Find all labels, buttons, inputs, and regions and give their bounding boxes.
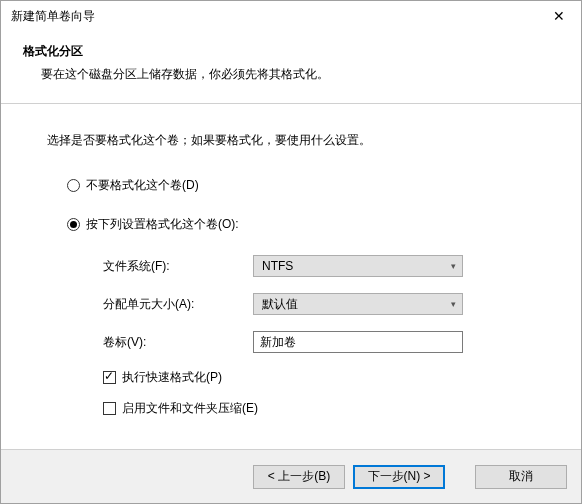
checkbox-quick-format[interactable]: 执行快速格式化(P): [103, 369, 535, 386]
chevron-down-icon: ▾: [451, 261, 456, 271]
volume-label-label: 卷标(V):: [103, 334, 253, 351]
volume-label-input[interactable]: [253, 331, 463, 353]
instruction-text: 选择是否要格式化这个卷；如果要格式化，要使用什么设置。: [47, 132, 535, 149]
checkbox-icon: [103, 371, 116, 384]
button-label: 下一步(N) >: [368, 468, 431, 485]
checkbox-label: 启用文件和文件夹压缩(E): [122, 400, 258, 417]
allocation-label: 分配单元大小(A):: [103, 296, 253, 313]
filesystem-select[interactable]: NTFS ▾: [253, 255, 463, 277]
radio-icon: [67, 179, 80, 192]
wizard-header: 格式化分区 要在这个磁盘分区上储存数据，你必须先将其格式化。: [1, 31, 581, 103]
row-allocation: 分配单元大小(A): 默认值 ▾: [103, 293, 535, 315]
window-title: 新建简单卷向导: [11, 8, 95, 25]
button-label: < 上一步(B): [268, 468, 330, 485]
format-settings-group: 文件系统(F): NTFS ▾ 分配单元大小(A): 默认值 ▾ 卷标(V):: [67, 255, 535, 353]
row-filesystem: 文件系统(F): NTFS ▾: [103, 255, 535, 277]
filesystem-label: 文件系统(F):: [103, 258, 253, 275]
filesystem-value: NTFS: [262, 259, 293, 273]
header-title: 格式化分区: [23, 43, 559, 60]
button-label: 取消: [509, 468, 533, 485]
radio-format-settings[interactable]: 按下列设置格式化这个卷(O):: [67, 216, 535, 233]
row-volume-label: 卷标(V):: [103, 331, 535, 353]
format-checkboxes: 执行快速格式化(P) 启用文件和文件夹压缩(E): [67, 369, 535, 417]
close-button[interactable]: ✕: [536, 2, 581, 31]
header-subtitle: 要在这个磁盘分区上储存数据，你必须先将其格式化。: [23, 66, 559, 83]
radio-label: 不要格式化这个卷(D): [86, 177, 199, 194]
checkbox-icon: [103, 402, 116, 415]
cancel-button[interactable]: 取消: [475, 465, 567, 489]
chevron-down-icon: ▾: [451, 299, 456, 309]
back-button[interactable]: < 上一步(B): [253, 465, 345, 489]
radio-icon: [67, 218, 80, 231]
allocation-value: 默认值: [262, 296, 298, 313]
content-area: 选择是否要格式化这个卷；如果要格式化，要使用什么设置。 不要格式化这个卷(D) …: [1, 104, 581, 449]
wizard-footer: < 上一步(B) 下一步(N) > 取消: [1, 449, 581, 503]
wizard-dialog: 新建简单卷向导 ✕ 格式化分区 要在这个磁盘分区上储存数据，你必须先将其格式化。…: [0, 0, 582, 504]
checkbox-compression[interactable]: 启用文件和文件夹压缩(E): [103, 400, 535, 417]
radio-label: 按下列设置格式化这个卷(O):: [86, 216, 239, 233]
checkbox-label: 执行快速格式化(P): [122, 369, 222, 386]
close-icon: ✕: [553, 8, 565, 24]
radio-no-format[interactable]: 不要格式化这个卷(D): [67, 177, 535, 194]
next-button[interactable]: 下一步(N) >: [353, 465, 445, 489]
format-options: 不要格式化这个卷(D) 按下列设置格式化这个卷(O): 文件系统(F): NTF…: [47, 177, 535, 417]
titlebar: 新建简单卷向导 ✕: [1, 1, 581, 31]
allocation-select[interactable]: 默认值 ▾: [253, 293, 463, 315]
